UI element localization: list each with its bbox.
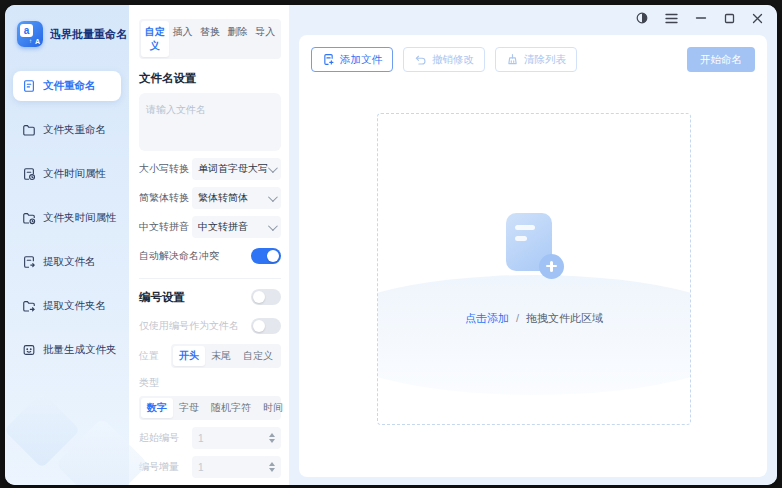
click-to-add-link[interactable]: 点击添加 xyxy=(465,311,509,326)
folder-rename-icon xyxy=(22,123,36,137)
type-option-time[interactable]: 时间 xyxy=(257,398,289,418)
broom-icon xyxy=(506,53,519,66)
logo-arrow-glyph: ↑ xyxy=(29,38,32,44)
dropzone-separator: / xyxy=(516,312,519,324)
number-increment-stepper[interactable]: 1 xyxy=(192,456,281,478)
drag-hint-text: 拖拽文件此区域 xyxy=(526,311,603,326)
pinyin-convert-select[interactable]: 中文转拼音 xyxy=(192,216,281,238)
type-label: 类型 xyxy=(139,376,159,390)
folder-time-icon xyxy=(22,211,36,225)
settings-tabbar: 自定义 插入 替换 删除 导入 xyxy=(139,19,281,59)
divider xyxy=(139,278,281,279)
tab-import[interactable]: 导入 xyxy=(251,21,279,57)
close-icon[interactable] xyxy=(752,13,763,24)
filename-input[interactable]: 请输入文件名 xyxy=(139,93,281,151)
file-list-card: 添加文件 撤销修改 清除列表 开始命名 xyxy=(299,35,767,477)
theme-icon[interactable] xyxy=(636,12,648,24)
case-convert-label: 大小写转换 xyxy=(139,162,189,176)
sidebar-item-folder-time[interactable]: 文件夹时间属性 xyxy=(13,203,121,233)
stepper-arrows-icon[interactable] xyxy=(269,433,275,443)
menu-icon[interactable] xyxy=(665,13,678,24)
start-rename-button[interactable]: 开始命名 xyxy=(687,47,755,72)
simplified-traditional-label: 简繁体转换 xyxy=(139,191,189,205)
tab-replace[interactable]: 替换 xyxy=(196,21,224,57)
position-option-custom[interactable]: 自定义 xyxy=(237,346,279,366)
start-number-label: 起始编号 xyxy=(139,431,179,445)
extract-file-icon xyxy=(22,255,36,269)
sidebar: a ↑ A 迅界批量重命名 文件重命名 文件夹重命名 文件时间属性 文件夹时间属… xyxy=(5,5,129,485)
only-number-label: 仅使用编号作为文件名 xyxy=(139,319,239,333)
file-rename-icon xyxy=(22,79,36,93)
sidebar-item-label: 提取文件名 xyxy=(43,255,96,269)
chevron-down-icon xyxy=(268,221,278,231)
stepper-arrows-icon[interactable] xyxy=(269,462,275,472)
main-area: 添加文件 撤销修改 清除列表 开始命名 xyxy=(289,5,777,485)
auto-conflict-toggle[interactable] xyxy=(251,248,281,264)
sidebar-item-label: 批量生成文件夹 xyxy=(43,343,117,357)
app-window: a ↑ A 迅界批量重命名 文件重命名 文件夹重命名 文件时间属性 文件夹时间属… xyxy=(5,5,777,485)
window-controls xyxy=(636,12,763,24)
settings-panel: 自定义 插入 替换 删除 导入 文件名设置 请输入文件名 大小写转换 单词首字母… xyxy=(129,5,289,485)
sidebar-item-file-rename[interactable]: 文件重命名 xyxy=(13,71,121,101)
tab-delete[interactable]: 删除 xyxy=(224,21,252,57)
tab-custom[interactable]: 自定义 xyxy=(141,21,169,57)
plus-badge-icon xyxy=(539,254,564,279)
start-number-stepper[interactable]: 1 xyxy=(192,427,281,449)
numbering-toggle[interactable] xyxy=(251,289,281,305)
undo-button[interactable]: 撤销修改 xyxy=(403,47,485,72)
sidebar-nav: 文件重命名 文件夹重命名 文件时间属性 文件夹时间属性 提取文件名 提取文件夹名 xyxy=(5,71,129,365)
type-segmented: 数字 字母 随机字符 时间 xyxy=(139,396,281,420)
type-option-number[interactable]: 数字 xyxy=(141,398,173,418)
type-option-random[interactable]: 随机字符 xyxy=(205,398,257,418)
position-option-end[interactable]: 末尾 xyxy=(205,346,237,366)
sidebar-item-extract-foldername[interactable]: 提取文件夹名 xyxy=(13,291,121,321)
tab-insert[interactable]: 插入 xyxy=(169,21,197,57)
add-files-button[interactable]: 添加文件 xyxy=(311,47,393,72)
sidebar-item-label: 文件夹重命名 xyxy=(43,123,106,137)
extract-folder-icon xyxy=(22,299,36,313)
auto-conflict-label: 自动解决命名冲突 xyxy=(139,249,219,263)
sidebar-item-file-time[interactable]: 文件时间属性 xyxy=(13,159,121,189)
sidebar-item-folder-rename[interactable]: 文件夹重命名 xyxy=(13,115,121,145)
batch-create-folder-icon xyxy=(22,343,36,357)
filename-placeholder: 请输入文件名 xyxy=(146,104,206,115)
chevron-down-icon xyxy=(268,163,278,173)
sidebar-item-batch-create-folder[interactable]: 批量生成文件夹 xyxy=(13,335,121,365)
app-title: 迅界批量重命名 xyxy=(50,27,127,42)
toolbar: 添加文件 撤销修改 清除列表 开始命名 xyxy=(311,47,755,72)
maximize-icon[interactable] xyxy=(724,13,735,24)
simplified-traditional-select[interactable]: 繁体转简体 xyxy=(192,187,281,209)
clear-list-button[interactable]: 清除列表 xyxy=(495,47,577,72)
case-convert-select[interactable]: 单词首字母大写 xyxy=(192,158,281,180)
type-option-letter[interactable]: 字母 xyxy=(173,398,205,418)
position-segmented: 开头 末尾 自定义 xyxy=(171,344,281,368)
decorative-hill xyxy=(377,275,691,395)
logo-glyph-A: A xyxy=(35,38,40,45)
logo-row: a ↑ A 迅界批量重命名 xyxy=(17,21,129,47)
filename-settings-title: 文件名设置 xyxy=(139,71,281,86)
logo-glyph-a: a xyxy=(20,24,33,37)
only-number-toggle[interactable] xyxy=(251,318,281,334)
undo-icon xyxy=(414,53,427,66)
file-time-icon xyxy=(22,167,36,181)
position-label: 位置 xyxy=(139,349,159,363)
add-file-illustration-icon xyxy=(506,213,562,277)
sidebar-item-label: 提取文件夹名 xyxy=(43,299,106,313)
file-dropzone[interactable]: 点击添加 / 拖拽文件此区域 xyxy=(377,113,691,425)
position-option-start[interactable]: 开头 xyxy=(173,346,205,366)
pinyin-convert-label: 中文转拼音 xyxy=(139,220,189,234)
file-plus-icon xyxy=(322,53,335,66)
chevron-down-icon xyxy=(268,192,278,202)
sidebar-item-label: 文件时间属性 xyxy=(43,167,106,181)
numbering-settings-title: 编号设置 xyxy=(139,290,185,305)
app-logo-icon: a ↑ A xyxy=(17,21,43,47)
minimize-icon[interactable] xyxy=(695,12,707,24)
sidebar-item-label: 文件夹时间属性 xyxy=(43,211,117,225)
sidebar-item-extract-filename[interactable]: 提取文件名 xyxy=(13,247,121,277)
dropzone-text: 点击添加 / 拖拽文件此区域 xyxy=(465,311,603,326)
sidebar-item-label: 文件重命名 xyxy=(43,79,96,93)
